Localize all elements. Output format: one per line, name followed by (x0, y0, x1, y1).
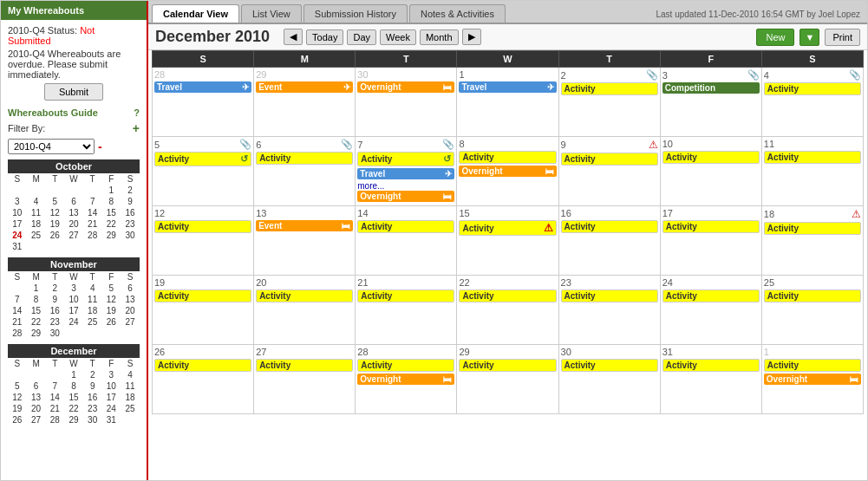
table-row[interactable]: 4 📎 Activity (761, 68, 863, 137)
table-row[interactable]: 10 Activity (660, 137, 761, 206)
table-row[interactable]: 28 Activity Overnight 🛏 (356, 345, 457, 414)
event-bar[interactable]: Travel ✈ (154, 81, 251, 93)
event-bar[interactable]: Activity (561, 82, 658, 95)
event-bar[interactable]: Travel ✈ (357, 168, 454, 179)
event-bar[interactable]: Activity (561, 359, 658, 372)
tab-calendar-view[interactable]: Calendar View (152, 4, 239, 23)
table-row[interactable]: 1 Travel ✈ (457, 68, 558, 137)
event-bar[interactable]: Overnight 🛏 (357, 191, 454, 202)
table-row[interactable]: 20 Activity (254, 276, 356, 345)
table-row[interactable]: 23 Activity (558, 276, 660, 345)
more-link[interactable]: more... (357, 181, 454, 191)
event-bar[interactable]: Activity (256, 152, 353, 165)
event-bar[interactable]: Activity (561, 289, 658, 302)
table-row[interactable]: 17 Activity (660, 206, 761, 276)
filter-remove-icon[interactable]: - (98, 140, 102, 153)
event-bar[interactable]: Activity (256, 359, 353, 372)
event-bar[interactable]: Activity (459, 151, 556, 164)
event-bar[interactable]: Activity (357, 289, 454, 302)
new-button[interactable]: New (756, 29, 794, 46)
table-row[interactable]: 26 Activity (153, 345, 254, 414)
table-row[interactable]: 9 ⚠ Activity (558, 137, 660, 206)
day-btn[interactable]: Day (347, 29, 376, 45)
bed-icon: 🛏 (850, 374, 858, 384)
event-bar[interactable]: Activity ⚠ (459, 220, 556, 236)
event-bar[interactable]: Competition (662, 82, 760, 94)
clip-icon: 📎 (747, 69, 760, 81)
table-row[interactable]: 30 Activity (558, 345, 660, 414)
event-bar[interactable]: Activity (154, 289, 251, 302)
october-header: October (8, 159, 140, 173)
event-bar[interactable]: Activity ↺ (357, 152, 454, 166)
event-bar[interactable]: Overnight 🛏 (357, 81, 454, 93)
event-bar[interactable]: Activity ↺ (154, 152, 251, 166)
tab-list-view[interactable]: List View (241, 4, 302, 23)
table-row[interactable]: 5 📎 Activity ↺ (153, 137, 254, 206)
event-bar[interactable]: Activity (764, 222, 861, 235)
next-btn[interactable]: ▶ (462, 29, 481, 45)
table-row[interactable]: 24 Activity (660, 276, 761, 345)
table-row[interactable]: 25 Activity (761, 276, 863, 345)
table-row[interactable]: 27 Activity (254, 345, 356, 414)
event-bar[interactable]: Activity (154, 220, 251, 233)
table-row[interactable]: 1 Activity Overnight 🛏 (761, 345, 863, 414)
event-bar[interactable]: Overnight 🛏 (357, 374, 454, 385)
table-row[interactable]: 14 Activity (356, 206, 457, 276)
event-bar[interactable]: Activity (662, 151, 760, 164)
table-row[interactable]: 12 Activity (153, 206, 254, 276)
tab-submission-history[interactable]: Submission History (303, 4, 408, 23)
event-bar[interactable]: Event ✈ (256, 81, 353, 93)
event-bar[interactable]: Activity (764, 82, 861, 95)
alert-icon: ⚠ (649, 139, 658, 151)
event-bar[interactable]: Event 🛏 (256, 220, 353, 231)
table-row[interactable]: 18 ⚠ Activity (761, 206, 863, 276)
prev-btn[interactable]: ◀ (284, 29, 303, 45)
event-bar[interactable]: Activity (764, 289, 861, 302)
table-row[interactable]: 7 📎 Activity ↺ Travel ✈ more... Overnigh… (356, 137, 457, 206)
plane-icon: ✈ (343, 82, 350, 92)
event-bar[interactable]: Activity (764, 359, 861, 372)
table-row[interactable]: 31 Activity (660, 345, 761, 414)
table-row[interactable]: 16 Activity (558, 206, 660, 276)
table-row[interactable]: 8 Activity Overnight 🛏 (457, 137, 558, 206)
event-bar[interactable]: Activity (662, 289, 760, 302)
table-row[interactable]: 21 Activity (356, 276, 457, 345)
table-row[interactable]: 6 📎 Activity (254, 137, 356, 206)
table-row[interactable]: 13 Event 🛏 (254, 206, 356, 276)
refresh-icon: ↺ (240, 153, 248, 165)
table-row[interactable]: 29 Event ✈ (254, 68, 356, 137)
table-row[interactable]: 2 📎 Activity (558, 68, 660, 137)
table-row[interactable]: 22 Activity (457, 276, 558, 345)
today-btn[interactable]: Today (306, 29, 343, 45)
event-bar[interactable]: Travel ✈ (459, 81, 556, 93)
table-row[interactable]: 11 Activity (761, 137, 863, 206)
event-bar[interactable]: Activity (459, 289, 556, 302)
table-row[interactable]: 3 📎 Competition (660, 68, 761, 137)
submit-button[interactable]: Submit (44, 83, 103, 101)
table-row[interactable]: 19 Activity (153, 276, 254, 345)
event-bar[interactable]: Activity (561, 220, 658, 233)
event-bar[interactable]: Overnight 🛏 (764, 374, 861, 385)
table-row[interactable]: 15 Activity ⚠ (457, 206, 558, 276)
event-bar[interactable]: Activity (662, 359, 760, 372)
week-btn[interactable]: Week (380, 29, 416, 45)
event-bar[interactable]: Activity (154, 359, 251, 372)
filter-add-icon[interactable]: + (133, 121, 140, 135)
event-bar[interactable]: Activity (764, 151, 861, 164)
help-icon[interactable]: ? (134, 107, 140, 118)
table-row[interactable]: 30 Overnight 🛏 (356, 68, 457, 137)
quarter-select[interactable]: 2010-Q4 2010-Q3 2010-Q2 2010-Q1 (8, 139, 95, 154)
event-bar[interactable]: Activity (662, 220, 760, 233)
event-bar[interactable]: Activity (256, 289, 353, 302)
event-bar[interactable]: Activity (357, 359, 454, 372)
event-bar[interactable]: Activity (561, 153, 658, 166)
month-btn[interactable]: Month (420, 29, 459, 45)
event-bar[interactable]: Activity (357, 220, 454, 233)
table-row[interactable]: 28 Travel ✈ (153, 68, 254, 137)
table-row[interactable]: 29 Activity (457, 345, 558, 414)
tab-notes-activities[interactable]: Notes & Activities (409, 4, 506, 23)
print-button[interactable]: Print (825, 29, 860, 46)
event-bar[interactable]: Overnight 🛏 (459, 166, 556, 177)
new-dropdown-button[interactable]: ▼ (799, 29, 819, 46)
event-bar[interactable]: Activity (459, 359, 556, 372)
